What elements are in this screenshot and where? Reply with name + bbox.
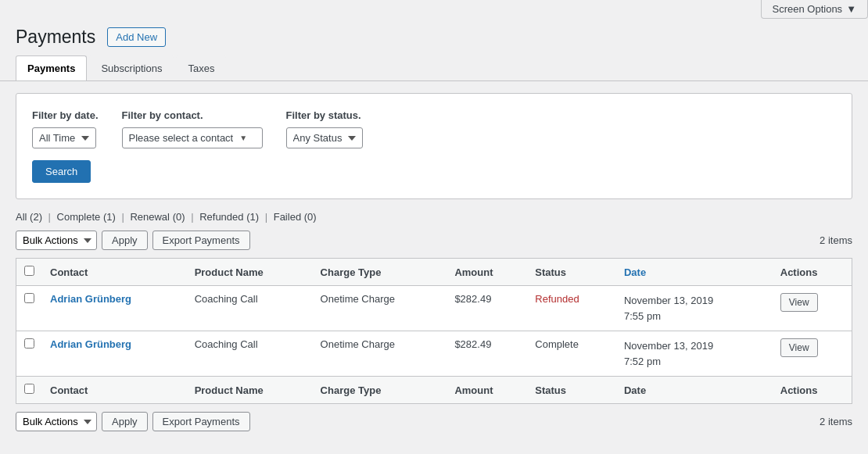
- page-header: Payments Add New: [0, 19, 868, 55]
- table-row: Adrian Grünberg Coaching Call Onetime Ch…: [16, 331, 852, 377]
- filter-failed-text: Failed (0): [274, 211, 317, 223]
- separator-1: |: [48, 211, 51, 223]
- filter-by-contact-select[interactable]: Please select a contact ▼: [122, 127, 263, 148]
- filter-box: Filter by date. All Time Filter by conta…: [16, 93, 852, 199]
- row1-checkbox-cell: [16, 286, 43, 331]
- footer-actions: Actions: [773, 377, 852, 404]
- row1-actions: View: [773, 286, 852, 331]
- row2-contact: Adrian Grünberg: [42, 331, 187, 377]
- footer-product-name: Product Name: [187, 377, 313, 404]
- filter-by-date-label: Filter by date.: [32, 109, 99, 121]
- row2-status: Complete: [527, 331, 616, 377]
- row1-amount: $282.49: [447, 286, 527, 331]
- filter-by-status-select[interactable]: Any Status: [286, 127, 363, 148]
- header-product-name: Product Name: [187, 259, 313, 286]
- filter-refunded-link[interactable]: Refunded (1): [199, 211, 262, 223]
- row1-date: November 13, 2019 7:55 pm: [616, 286, 773, 331]
- table-header-row: Contact Product Name Charge Type Amount …: [16, 259, 852, 286]
- top-apply-button[interactable]: Apply: [102, 231, 148, 250]
- footer-amount: Amount: [447, 377, 527, 404]
- filter-links: All (2) | Complete (1) | Renewal (0) | R…: [16, 211, 852, 223]
- tab-taxes[interactable]: Taxes: [176, 55, 226, 80]
- header-amount: Amount: [447, 259, 527, 286]
- table-row: Adrian Grünberg Coaching Call Onetime Ch…: [16, 286, 852, 331]
- row2-date: November 13, 2019 7:52 pm: [616, 331, 773, 377]
- add-new-button[interactable]: Add New: [107, 27, 166, 47]
- bottom-bulk-actions-select[interactable]: Bulk Actions: [16, 412, 97, 431]
- filter-by-date-select[interactable]: All Time: [32, 127, 96, 148]
- row2-view-button[interactable]: View: [780, 338, 818, 357]
- footer-checkbox-col: [16, 377, 43, 404]
- row2-checkbox[interactable]: [24, 338, 34, 349]
- search-button[interactable]: Search: [32, 160, 91, 183]
- filter-by-date-group: Filter by date. All Time: [32, 109, 99, 148]
- top-export-button[interactable]: Export Payments: [152, 231, 250, 250]
- bottom-apply-button[interactable]: Apply: [102, 412, 148, 431]
- footer-date: Date: [616, 377, 773, 404]
- bottom-actions-row: Bulk Actions Apply Export Payments 2 ite…: [16, 412, 852, 431]
- top-actions-row: Bulk Actions Apply Export Payments 2 ite…: [16, 231, 852, 250]
- top-bar: Screen Options ▼: [0, 0, 868, 19]
- page-title: Payments: [16, 27, 95, 48]
- separator-3: |: [191, 211, 193, 223]
- filter-by-status-label: Filter by status.: [286, 109, 363, 121]
- filter-complete-link[interactable]: Complete (1): [57, 211, 119, 223]
- footer-contact: Contact: [42, 377, 187, 404]
- top-actions-left: Bulk Actions Apply Export Payments: [16, 231, 250, 250]
- footer-select-all-checkbox[interactable]: [24, 384, 34, 394]
- footer-charge-type: Charge Type: [313, 377, 447, 404]
- contact-placeholder-text: Please select a contact: [129, 132, 234, 144]
- top-bulk-actions-select[interactable]: Bulk Actions: [16, 231, 97, 250]
- row1-status: Refunded: [527, 286, 616, 331]
- payments-table: Contact Product Name Charge Type Amount …: [16, 258, 852, 404]
- row1-charge-type: Onetime Charge: [313, 286, 447, 331]
- header-checkbox-col: [16, 259, 43, 286]
- row1-checkbox[interactable]: [24, 293, 34, 303]
- header-date[interactable]: Date: [616, 259, 773, 286]
- screen-options-label: Screen Options: [773, 3, 843, 15]
- row2-actions: View: [773, 331, 852, 377]
- separator-2: |: [121, 211, 124, 223]
- header-charge-type: Charge Type: [313, 259, 447, 286]
- filter-all-link[interactable]: All (2): [16, 211, 45, 223]
- row1-product: Coaching Call: [187, 286, 313, 331]
- row2-amount: $282.49: [447, 331, 527, 377]
- row2-product: Coaching Call: [187, 331, 313, 377]
- table-footer-row: Contact Product Name Charge Type Amount …: [16, 377, 852, 404]
- bottom-actions-left: Bulk Actions Apply Export Payments: [16, 412, 250, 431]
- tab-payments[interactable]: Payments: [16, 55, 87, 80]
- bottom-items-count: 2 items: [820, 416, 852, 427]
- header-contact: Contact: [42, 259, 187, 286]
- bottom-export-button[interactable]: Export Payments: [152, 412, 250, 431]
- row2-charge-type: Onetime Charge: [313, 331, 447, 377]
- separator-4: |: [265, 211, 267, 223]
- main-content: Filter by date. All Time Filter by conta…: [0, 81, 868, 443]
- select-all-checkbox[interactable]: [24, 266, 34, 276]
- tab-subscriptions[interactable]: Subscriptions: [89, 55, 174, 80]
- tabs: Payments Subscriptions Taxes: [0, 55, 868, 81]
- contact-dropdown-arrow: ▼: [239, 134, 247, 142]
- footer-status: Status: [527, 377, 616, 404]
- filter-renewal-text: Renewal (0): [130, 211, 188, 223]
- filter-row: Filter by date. All Time Filter by conta…: [32, 109, 836, 148]
- filter-by-status-group: Filter by status. Any Status: [286, 109, 363, 148]
- top-items-count: 2 items: [820, 234, 852, 246]
- header-status: Status: [527, 259, 616, 286]
- filter-by-contact-label: Filter by contact.: [122, 109, 263, 121]
- chevron-down-icon: ▼: [846, 3, 856, 15]
- header-actions: Actions: [773, 259, 852, 286]
- row2-contact-link[interactable]: Adrian Grünberg: [50, 338, 131, 350]
- filter-by-contact-group: Filter by contact. Please select a conta…: [122, 109, 263, 148]
- row1-view-button[interactable]: View: [780, 293, 818, 312]
- screen-options-button[interactable]: Screen Options ▼: [761, 0, 868, 19]
- row1-contact-link[interactable]: Adrian Grünberg: [50, 293, 131, 305]
- row1-contact: Adrian Grünberg: [42, 286, 187, 331]
- row2-checkbox-cell: [16, 331, 43, 377]
